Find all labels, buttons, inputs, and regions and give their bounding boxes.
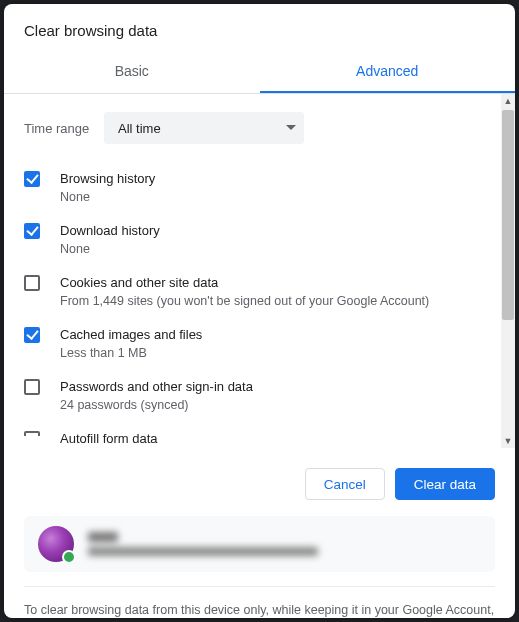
checkbox[interactable] (24, 223, 40, 239)
dialog-footer: To clear browsing data from this device … (4, 516, 515, 622)
chevron-down-icon (286, 125, 296, 131)
cancel-button[interactable]: Cancel (305, 468, 385, 500)
scroll-up-icon[interactable]: ▲ (501, 94, 515, 108)
dialog-title: Clear browsing data (4, 4, 515, 53)
item-sub: None (60, 241, 481, 258)
item-sub: From 1,449 sites (you won't be signed ou… (60, 293, 481, 310)
account-card[interactable] (24, 516, 495, 572)
time-range-row: Time range All time (4, 94, 501, 154)
item-passwords[interactable]: Passwords and other sign-in data 24 pass… (4, 368, 501, 420)
clear-browsing-data-dialog: Clear browsing data Basic Advanced Time … (4, 4, 515, 618)
item-title: Passwords and other sign-in data (60, 378, 481, 396)
footer-text-a: To clear browsing data from this device … (24, 603, 494, 617)
item-cached[interactable]: Cached images and files Less than 1 MB (4, 316, 501, 368)
item-sub: 24 passwords (synced) (60, 397, 481, 414)
item-download-history[interactable]: Download history None (4, 212, 501, 264)
tab-advanced[interactable]: Advanced (260, 53, 516, 93)
checkbox[interactable] (24, 431, 40, 447)
sync-badge-icon (62, 550, 76, 564)
time-range-value: All time (118, 121, 161, 136)
item-title: Cookies and other site data (60, 274, 481, 292)
scrollbar-thumb[interactable] (502, 110, 514, 320)
item-browsing-history[interactable]: Browsing history None (4, 160, 501, 212)
footer-text: To clear browsing data from this device … (24, 601, 495, 622)
item-title: Autofill form data (60, 430, 481, 448)
clear-data-button[interactable]: Clear data (395, 468, 495, 500)
time-range-dropdown[interactable]: All time (104, 112, 304, 144)
content-area: Time range All time Browsing history Non… (4, 94, 501, 448)
tabs: Basic Advanced (4, 53, 515, 94)
item-title: Browsing history (60, 170, 481, 188)
checkbox[interactable] (24, 275, 40, 291)
divider (24, 586, 495, 587)
item-title: Cached images and files (60, 326, 481, 344)
item-title: Download history (60, 222, 481, 240)
item-cookies[interactable]: Cookies and other site data From 1,449 s… (4, 264, 501, 316)
checkbox[interactable] (24, 379, 40, 395)
item-sub: Less than 1 MB (60, 345, 481, 362)
dialog-buttons: Cancel Clear data (4, 448, 515, 516)
scrollbar[interactable]: ▲ ▼ (501, 94, 515, 448)
avatar (38, 526, 74, 562)
time-range-label: Time range (24, 121, 104, 136)
checkbox[interactable] (24, 171, 40, 187)
checkbox[interactable] (24, 327, 40, 343)
account-info-blurred (88, 532, 481, 556)
item-autofill[interactable]: Autofill form data (4, 420, 501, 448)
scroll-down-icon[interactable]: ▼ (501, 434, 515, 448)
item-sub: None (60, 189, 481, 206)
tab-basic[interactable]: Basic (4, 53, 260, 93)
